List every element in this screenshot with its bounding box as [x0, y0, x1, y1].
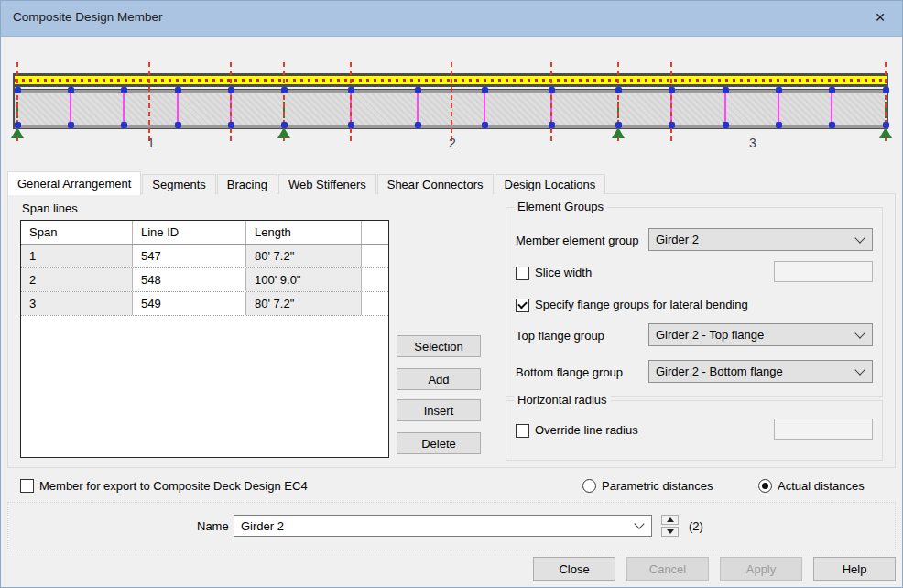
specify-flange-groups-checkbox[interactable] — [516, 299, 529, 312]
override-line-radius-checkbox[interactable] — [516, 424, 529, 438]
cell-line-id: 549 — [133, 292, 246, 315]
add-button[interactable]: Add — [397, 368, 481, 390]
help-button[interactable]: Help — [813, 557, 896, 581]
export-ec4-checkbox[interactable] — [20, 479, 34, 493]
node-dot — [68, 122, 74, 128]
design-location-line — [350, 62, 352, 142]
top-flange-group-value: Girder 2 - Top flange — [656, 328, 764, 342]
chevron-down-icon — [854, 233, 865, 243]
name-label: Name — [197, 519, 229, 533]
node-dot — [776, 122, 782, 128]
span-lines-label: Span lines — [22, 201, 78, 215]
node-dot — [281, 87, 288, 93]
column-header-length: Length — [246, 221, 362, 244]
cell-length: 100' 9.0" — [246, 268, 362, 291]
node-dot — [415, 87, 421, 93]
node-dot — [121, 122, 127, 128]
name-value: Girder 2 — [241, 519, 284, 533]
support-triangle-icon — [11, 127, 24, 138]
node-dot — [15, 122, 21, 128]
design-location-line — [230, 62, 232, 142]
node-dot — [68, 87, 74, 93]
slice-width-checkbox[interactable] — [516, 267, 529, 280]
bottom-flange-group-select[interactable]: Girder 2 - Bottom flange — [648, 360, 873, 383]
table-row[interactable]: 154780' 7.2" — [21, 245, 388, 268]
bottom-flange-group-value: Girder 2 - Bottom flange — [656, 365, 783, 378]
tab-general-arrangement[interactable]: General Arrangement — [7, 171, 141, 195]
node-dot — [348, 122, 354, 128]
beam-diagram: 123 — [0, 0, 903, 165]
cell-length: 80' 7.2" — [246, 292, 362, 315]
horizontal-radius-title: Horizontal radius — [514, 393, 611, 407]
name-count-badge: (2) — [689, 519, 703, 533]
beam-right-edge — [887, 73, 888, 129]
tab-bracing[interactable]: Bracing — [217, 174, 277, 194]
design-location-line — [148, 62, 150, 142]
bracing-line — [724, 93, 726, 125]
export-ec4-label: Member for export to Composite Deck Desi… — [39, 479, 308, 493]
node-dot — [776, 87, 782, 93]
cancel-button: Cancel — [626, 557, 709, 581]
node-dot — [228, 122, 234, 128]
slice-width-label: Slice width — [535, 266, 592, 279]
bracing-line — [831, 93, 832, 125]
spinner-down-button[interactable] — [661, 527, 679, 537]
support-triangle-icon — [277, 127, 290, 138]
tab-design-locations[interactable]: Design Locations — [495, 174, 606, 194]
cell-line-id: 548 — [133, 268, 246, 291]
override-line-radius-label: Override line radius — [535, 423, 638, 437]
node-dot — [829, 87, 835, 93]
column-header-span: Span — [21, 221, 133, 244]
actual-distances-radio[interactable] — [758, 479, 772, 493]
chevron-down-icon — [634, 518, 644, 528]
design-location-line — [670, 62, 672, 142]
node-dot — [669, 122, 675, 128]
span-number-label: 3 — [749, 136, 756, 150]
top-flange-group-label: Top flange group — [516, 329, 604, 343]
cell-span: 2 — [21, 268, 133, 291]
spinner-up-button[interactable] — [661, 515, 679, 525]
node-dot — [15, 87, 21, 93]
selection-button[interactable]: Selection — [397, 335, 481, 357]
cell-span: 1 — [21, 245, 133, 267]
member-element-group-value: Girder 2 — [656, 233, 699, 246]
insert-button[interactable]: Insert — [397, 399, 481, 421]
chevron-down-icon — [854, 328, 865, 338]
table-row[interactable]: 354980' 7.2" — [21, 292, 388, 316]
member-element-group-select[interactable]: Girder 2 — [648, 228, 873, 251]
name-spinner — [661, 515, 679, 537]
cell-span: 3 — [21, 292, 133, 315]
span-lines-table[interactable]: SpanLine IDLength154780' 7.2"2548100' 9.… — [20, 220, 389, 458]
table-row[interactable]: 2548100' 9.0" — [21, 268, 388, 292]
bracing-line — [484, 93, 485, 125]
tab-web-stiffeners[interactable]: Web Stiffeners — [278, 174, 376, 194]
node-dot — [549, 122, 555, 128]
name-combobox[interactable]: Girder 2 — [234, 515, 652, 537]
member-element-group-label: Member element group — [516, 234, 638, 247]
slice-width-field — [774, 261, 873, 282]
delete-button[interactable]: Delete — [397, 432, 481, 454]
bracing-line — [417, 93, 419, 125]
tab-shear-connectors[interactable]: Shear Connectors — [377, 174, 494, 194]
support-triangle-icon — [879, 127, 892, 138]
cell-line-id: 547 — [133, 245, 246, 267]
node-dot — [482, 87, 488, 93]
parametric-distances-radio[interactable] — [582, 479, 596, 493]
node-dot — [482, 122, 488, 128]
node-dot — [348, 87, 354, 93]
close-button[interactable]: Close — [533, 557, 615, 581]
span-number-label: 2 — [449, 136, 456, 150]
support-triangle-icon — [612, 127, 625, 138]
triangle-up-icon — [667, 517, 674, 522]
chevron-down-icon — [854, 365, 865, 375]
tab-strip: General ArrangementSegmentsBracingWeb St… — [7, 171, 606, 194]
cell-length: 80' 7.2" — [246, 245, 362, 267]
bracing-line — [70, 93, 71, 125]
node-dot — [281, 122, 288, 128]
top-flange-group-select[interactable]: Girder 2 - Top flange — [648, 323, 873, 346]
bracing-line — [123, 93, 125, 125]
bottom-flange-group-label: Bottom flange group — [516, 365, 623, 379]
design-location-line — [451, 62, 452, 142]
tab-segments[interactable]: Segments — [142, 174, 216, 194]
bracing-line — [778, 93, 779, 125]
